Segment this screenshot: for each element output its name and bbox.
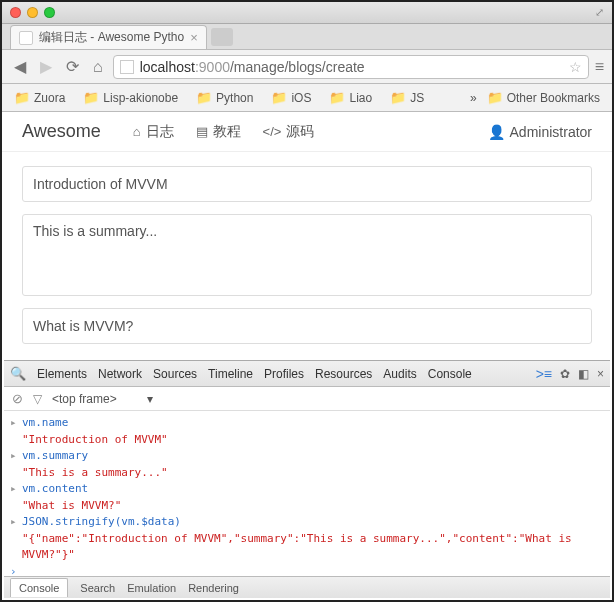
expand-arrow-icon[interactable]: ▸ — [10, 415, 22, 432]
tab-title: 编辑日志 - Awesome Pytho — [39, 29, 184, 46]
drawer-tab-search[interactable]: Search — [80, 582, 115, 594]
user-icon: 👤 — [488, 124, 505, 140]
filter-icon[interactable]: ▽ — [33, 392, 42, 406]
devtools-tabs: 🔍 Elements Network Sources Timeline Prof… — [4, 361, 610, 387]
inspect-icon[interactable]: 🔍 — [10, 366, 26, 381]
console-cmd: vm.name — [22, 415, 68, 432]
frame-selector[interactable]: <top frame>▾ — [52, 392, 153, 406]
folder-icon: 📁 — [487, 90, 503, 105]
book-icon: ▤ — [196, 124, 208, 139]
minimize-window-button[interactable] — [27, 7, 38, 18]
folder-icon: 📁 — [271, 90, 287, 105]
bookmarks-overflow: » 📁Other Bookmarks — [470, 88, 604, 107]
console-result: "What is MVVM?" — [10, 498, 604, 515]
code-icon: </> — [263, 124, 282, 139]
page-icon — [120, 60, 134, 74]
bookmark-star-icon[interactable]: ☆ — [569, 59, 582, 75]
console-output[interactable]: ▸vm.name "Introduction of MVVM" ▸vm.summ… — [4, 411, 610, 576]
tab-network[interactable]: Network — [98, 367, 142, 381]
traffic-lights — [10, 7, 55, 18]
bookmark-item[interactable]: 📁iOS — [267, 88, 315, 107]
tab-timeline[interactable]: Timeline — [208, 367, 253, 381]
expand-arrow-icon[interactable]: ▸ — [10, 448, 22, 465]
dock-icon[interactable]: ◧ — [578, 367, 589, 381]
console-cmd: JSON.stringify(vm.$data) — [22, 514, 181, 531]
bookmark-item[interactable]: 📁Lisp-akionobe — [79, 88, 182, 107]
address-bar[interactable]: localhost:9000/manage/blogs/create ☆ — [113, 55, 589, 79]
close-devtools-icon[interactable]: × — [597, 367, 604, 381]
other-bookmarks[interactable]: 📁Other Bookmarks — [483, 88, 604, 107]
folder-icon: 📁 — [14, 90, 30, 105]
settings-gear-icon[interactable]: ✿ — [560, 367, 570, 381]
drawer-tab-console[interactable]: Console — [10, 578, 68, 597]
home-icon: ⌂ — [133, 124, 141, 139]
forward-button[interactable]: ▶ — [36, 55, 56, 78]
fullscreen-icon[interactable]: ⤢ — [595, 6, 604, 19]
expand-arrow-icon[interactable]: ▸ — [10, 514, 22, 531]
console-filter-bar: ⊘ ▽ <top frame>▾ — [4, 387, 610, 411]
browser-toolbar: ◀ ▶ ⟳ ⌂ localhost:9000/manage/blogs/crea… — [2, 50, 612, 84]
summary-textarea[interactable]: This is a summary... — [22, 214, 592, 296]
url-port: :9000 — [195, 59, 230, 75]
console-result: "Introduction of MVVM" — [10, 432, 604, 449]
new-tab-button[interactable] — [211, 28, 233, 46]
tab-elements[interactable]: Elements — [37, 367, 87, 381]
bookmark-item[interactable]: 📁Zuora — [10, 88, 69, 107]
chrome-menu-button[interactable]: ≡ — [595, 58, 604, 76]
name-input[interactable] — [22, 166, 592, 202]
content-input[interactable] — [22, 308, 592, 344]
brand[interactable]: Awesome — [22, 121, 101, 142]
console-cmd: vm.content — [22, 481, 88, 498]
url-text: localhost:9000/manage/blogs/create — [140, 59, 365, 75]
close-window-button[interactable] — [10, 7, 21, 18]
bookmark-item[interactable]: 📁Liao — [325, 88, 376, 107]
admin-menu[interactable]: 👤Administrator — [488, 124, 592, 140]
expand-arrow-icon[interactable]: ▸ — [10, 481, 22, 498]
window-titlebar: ⤢ — [2, 2, 612, 24]
toggle-drawer-icon[interactable]: >≡ — [536, 366, 552, 382]
page-content: Awesome ⌂日志 ▤教程 </>源码 👤Administrator Thi… — [2, 112, 612, 358]
bookmark-item[interactable]: 📁Python — [192, 88, 257, 107]
console-cmd: vm.summary — [22, 448, 88, 465]
prompt-icon: › — [10, 564, 22, 577]
bookmarks-bar: 📁Zuora 📁Lisp-akionobe 📁Python 📁iOS 📁Liao… — [2, 84, 612, 112]
bookmark-item[interactable]: 📁JS — [386, 88, 428, 107]
site-navbar: Awesome ⌂日志 ▤教程 </>源码 👤Administrator — [2, 112, 612, 152]
blog-form: This is a summary... — [2, 152, 612, 358]
zoom-window-button[interactable] — [44, 7, 55, 18]
nav-link-blogs[interactable]: ⌂日志 — [133, 123, 174, 141]
close-tab-icon[interactable]: × — [190, 30, 198, 45]
devtools-panel: 🔍 Elements Network Sources Timeline Prof… — [4, 360, 610, 598]
browser-tab[interactable]: 编辑日志 - Awesome Pytho × — [10, 25, 207, 49]
console-result: "{"name":"Introduction of MVVM","summary… — [10, 531, 604, 564]
overflow-icon[interactable]: » — [470, 91, 477, 105]
folder-icon: 📁 — [390, 90, 406, 105]
tab-resources[interactable]: Resources — [315, 367, 372, 381]
tab-profiles[interactable]: Profiles — [264, 367, 304, 381]
tab-audits[interactable]: Audits — [383, 367, 416, 381]
nav-link-tutorials[interactable]: ▤教程 — [196, 123, 241, 141]
url-path: /manage/blogs/create — [230, 59, 365, 75]
tab-console[interactable]: Console — [428, 367, 472, 381]
console-result: "This is a summary..." — [10, 465, 604, 482]
clear-console-icon[interactable]: ⊘ — [12, 391, 23, 406]
back-button[interactable]: ◀ — [10, 55, 30, 78]
folder-icon: 📁 — [196, 90, 212, 105]
folder-icon: 📁 — [83, 90, 99, 105]
nav-link-source[interactable]: </>源码 — [263, 123, 315, 141]
tab-sources[interactable]: Sources — [153, 367, 197, 381]
home-button[interactable]: ⌂ — [89, 56, 107, 78]
folder-icon: 📁 — [329, 90, 345, 105]
drawer-tab-emulation[interactable]: Emulation — [127, 582, 176, 594]
drawer-tab-rendering[interactable]: Rendering — [188, 582, 239, 594]
devtools-drawer-tabs: Console Search Emulation Rendering — [4, 576, 610, 598]
page-favicon — [19, 31, 33, 45]
reload-button[interactable]: ⟳ — [62, 55, 83, 78]
url-host: localhost — [140, 59, 195, 75]
chevron-down-icon: ▾ — [147, 392, 153, 406]
browser-tabstrip: 编辑日志 - Awesome Pytho × — [2, 24, 612, 50]
